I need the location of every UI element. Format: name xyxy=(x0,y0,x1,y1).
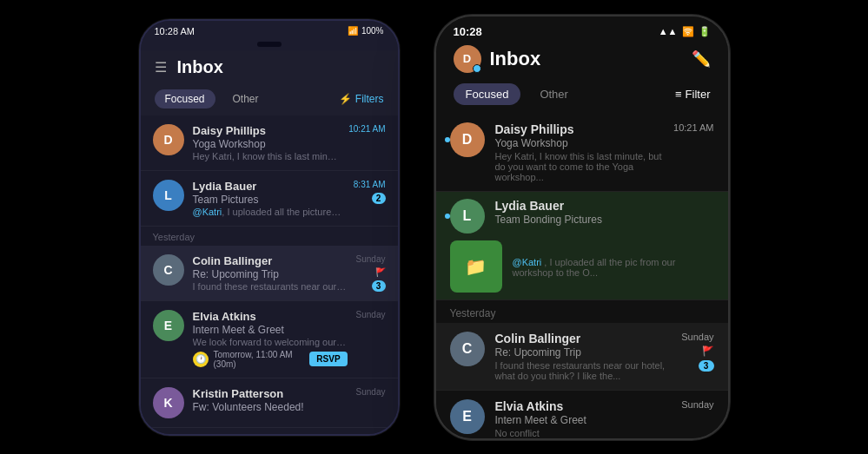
filter-button-iphone[interactable]: ≡ Filter xyxy=(675,88,710,101)
filter-button-android[interactable]: ⚡ Filters xyxy=(339,93,384,105)
android-phone: 10:28 AM 📶 100% ☰ Inbox Focused Other ⚡ … xyxy=(139,19,400,436)
subject-lydia: Team Pictures xyxy=(193,194,345,206)
time-colin: Sunday xyxy=(356,254,386,264)
mention-lydia-iphone: @Katri xyxy=(513,257,542,267)
email-item-daisy[interactable]: D Daisy Phillips Yoga Workshop Hey Katri… xyxy=(141,115,398,171)
email-content-lydia: Lydia Bauer Team Pictures @Katri, I uplo… xyxy=(193,180,345,217)
subject-daisy: Yoga Workshop xyxy=(193,138,341,150)
subject-elvia-iphone: Intern Meet & Greet xyxy=(495,414,672,426)
preview-daisy-iphone: Hey Katri, I know this is last minute, b… xyxy=(495,151,664,182)
email-content-colin-iphone: Colin Ballinger Re: Upcoming Trip I foun… xyxy=(495,332,672,381)
meta-elvia-iphone: Sunday xyxy=(681,399,713,410)
reminder-icon: 🕐 xyxy=(193,352,209,367)
avatar-kristin: K xyxy=(153,387,184,418)
sender-lydia-iphone: Lydia Bauer xyxy=(495,199,714,213)
hamburger-icon[interactable]: ☰ xyxy=(155,59,167,76)
android-camera-cutout xyxy=(257,42,282,47)
iphone-status-bar: 10:28 ▲▲ 🛜 🔋 xyxy=(436,16,728,42)
android-time: 10:28 AM xyxy=(155,26,195,36)
badge-lydia: 2 xyxy=(372,193,386,204)
time-elvia-iphone: Sunday xyxy=(681,399,713,410)
iphone-app-header: D Inbox ✏️ xyxy=(436,42,728,80)
avatar-elvia: E xyxy=(153,310,184,341)
subject-colin-iphone: Re: Upcoming Trip xyxy=(495,346,672,359)
meta-daisy-iphone: 10:21 AM xyxy=(673,122,713,133)
tab-focused-android[interactable]: Focused xyxy=(155,89,215,109)
preview-colin: I found these restaurants near our hotel… xyxy=(193,281,348,292)
preview-lydia: @Katri, I uploaded all the pictures from… xyxy=(193,207,345,217)
sender-lydia: Lydia Bauer xyxy=(193,180,345,193)
tab-other-android[interactable]: Other xyxy=(222,89,269,109)
meta-colin: Sunday 🚩 3 xyxy=(356,254,386,292)
email-item-daisy-iphone[interactable]: D Daisy Phillips Yoga Workshop Hey Katri… xyxy=(436,114,728,192)
compose-icon[interactable]: ✏️ xyxy=(692,49,711,69)
time-elvia: Sunday xyxy=(356,310,386,319)
filter-label: Filters xyxy=(355,93,384,105)
android-email-list: D Daisy Phillips Yoga Workshop Hey Katri… xyxy=(141,115,398,434)
email-item-colin-iphone[interactable]: C Colin Ballinger Re: Upcoming Trip I fo… xyxy=(436,323,728,391)
email-item-colin[interactable]: C Colin Ballinger Re: Upcoming Trip I fo… xyxy=(141,246,398,301)
sender-elvia-iphone: Elvia Atkins xyxy=(495,399,672,413)
avatar-daisy: D xyxy=(153,124,184,155)
avatar-lydia: L xyxy=(153,180,184,211)
avatar-daisy-iphone: D xyxy=(450,122,485,157)
android-filter-bar: Focused Other ⚡ Filters xyxy=(141,84,398,115)
avatar-colin-iphone: C xyxy=(450,332,485,366)
avatar-elvia-iphone: E xyxy=(450,399,485,434)
tab-focused-iphone[interactable]: Focused xyxy=(454,83,521,105)
meta-lydia: 8:31 AM 2 xyxy=(354,180,386,204)
android-status-bar: 10:28 AM 📶 100% xyxy=(141,21,398,40)
iphone-user-avatar[interactable]: D xyxy=(454,45,481,73)
flag-icon-colin-iphone: 🚩 xyxy=(702,345,714,357)
preview-elvia: We look forward to welcoming our fall in… xyxy=(193,337,348,347)
reminder-text: Tomorrow, 11:00 AM (30m) xyxy=(214,350,305,369)
email-item-elvia-iphone[interactable]: E Elvia Atkins Intern Meet & Greet No co… xyxy=(436,391,728,438)
android-app-header: ☰ Inbox xyxy=(141,50,398,84)
email-item-kristin[interactable]: K Kristin Patterson Fw: Volunteers Neede… xyxy=(141,378,398,428)
rsvp-button-android[interactable]: RSVP xyxy=(309,352,347,366)
preview-lydia-iphone: @Katri , I uploaded all the pic from our… xyxy=(513,257,714,278)
cellular-icon: ▲▲ xyxy=(659,26,678,36)
flag-icon-colin: 🚩 xyxy=(375,267,386,277)
iphone-email-list: D Daisy Phillips Yoga Workshop Hey Katri… xyxy=(436,114,728,438)
badge-colin: 3 xyxy=(372,280,386,292)
iphone-time: 10:28 xyxy=(454,25,482,38)
battery-text: 100% xyxy=(361,26,384,36)
android-app-title: Inbox xyxy=(177,57,223,77)
battery-icon: 🔋 xyxy=(699,26,711,37)
avatar-colin: C xyxy=(153,254,184,286)
filter-lines-icon: ≡ xyxy=(675,88,682,101)
email-item-elvia[interactable]: E Elvia Atkins Intern Meet & Greet We lo… xyxy=(141,301,398,378)
email-item-lydia-iphone[interactable]: L Lydia Bauer Team Bonding Pictures 📁 @K… xyxy=(436,192,728,300)
preview-colin-iphone: I found these restaurants near our hotel… xyxy=(495,360,672,381)
email-content-kristin: Kristin Patterson Fw: Volunteers Needed! xyxy=(193,387,348,413)
email-content-elvia: Elvia Atkins Intern Meet & Greet We look… xyxy=(193,310,348,369)
iphone: 10:28 ▲▲ 🛜 🔋 D Inbox ✏️ Focused Other ≡ … xyxy=(434,15,730,440)
avatar-lydia-iphone: L xyxy=(450,199,485,234)
wifi-icon-iphone: 🛜 xyxy=(682,26,694,37)
email-content-daisy: Daisy Phillips Yoga Workshop Hey Katri, … xyxy=(193,124,341,161)
email-content-colin: Colin Ballinger Re: Upcoming Trip I foun… xyxy=(193,254,348,292)
unread-dot-lydia xyxy=(445,214,450,219)
attachment-card-lydia: 📁 xyxy=(450,240,502,293)
sender-daisy: Daisy Phillips xyxy=(193,124,341,137)
subject-lydia-iphone: Team Bonding Pictures xyxy=(495,214,714,226)
filter-label-iphone: Filter xyxy=(686,88,711,101)
subject-elvia: Intern Meet & Greet xyxy=(193,324,348,336)
time-lydia: 8:31 AM xyxy=(354,180,386,189)
android-camera-bar xyxy=(141,40,398,50)
time-colin-iphone: Sunday xyxy=(681,332,713,342)
iphone-app-title: Inbox xyxy=(490,48,683,70)
badge-colin-iphone: 3 xyxy=(699,360,714,372)
meta-kristin: Sunday xyxy=(356,387,386,397)
meta-colin-iphone: Sunday 🚩 3 xyxy=(681,332,713,372)
time-kristin: Sunday xyxy=(356,387,386,397)
scene: 10:28 AM 📶 100% ☰ Inbox Focused Other ⚡ … xyxy=(0,0,868,454)
time-daisy: 10:21 AM xyxy=(348,124,385,134)
tab-other-iphone[interactable]: Other xyxy=(527,83,580,105)
time-daisy-iphone: 10:21 AM xyxy=(673,122,713,133)
lydia-body: 📁 @Katri , I uploaded all the pic from o… xyxy=(450,240,714,293)
sender-elvia: Elvia Atkins xyxy=(193,310,348,323)
email-item-lydia[interactable]: L Lydia Bauer Team Pictures @Katri, I up… xyxy=(141,171,398,227)
preview-elvia-iphone: No conflict xyxy=(495,428,672,438)
